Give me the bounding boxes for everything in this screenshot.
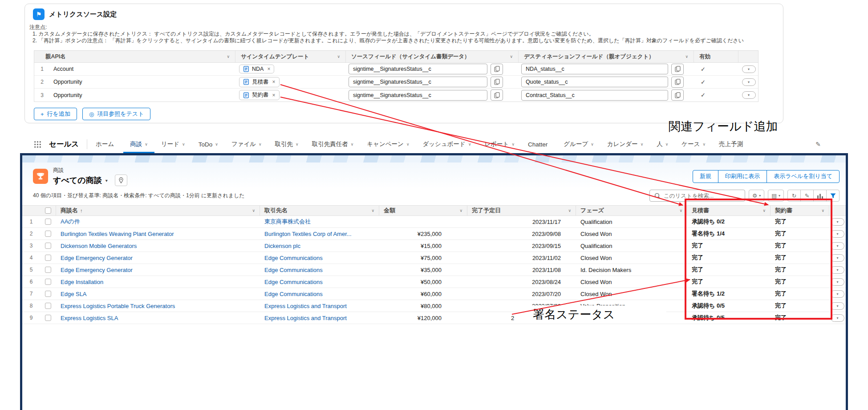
row-actions-button[interactable]: ▾ xyxy=(742,91,756,99)
copy-field-button[interactable] xyxy=(671,77,684,88)
row-actions-button[interactable]: ▾ xyxy=(831,254,844,262)
row-checkbox[interactable] xyxy=(45,315,51,321)
column-header-account[interactable]: 取引先名 ∨ xyxy=(260,206,379,215)
nav-tab[interactable]: 人 ∨ xyxy=(650,135,675,153)
account-link[interactable]: Express Logistics and Transport xyxy=(264,315,347,321)
nav-tab[interactable]: ダッシュボード ∨ xyxy=(416,135,478,153)
printable-view-button[interactable]: 印刷用に表示 xyxy=(718,170,767,183)
row-checkbox[interactable] xyxy=(45,279,51,285)
column-header-destination-field[interactable]: デスティネーションフィールド（親オブジェクト） ∨ xyxy=(519,51,694,62)
destination-field-input[interactable]: Contract_Status__c xyxy=(521,90,668,101)
assign-label-button[interactable]: 表示ラベルを割り当て xyxy=(767,170,840,183)
column-header-source-field[interactable]: ソースフィールド（サインタイム書類データ） ∨ xyxy=(346,51,519,62)
column-header-stage[interactable]: フェーズ ∨ xyxy=(576,206,687,215)
opportunity-link[interactable]: Edge Installation xyxy=(61,279,103,285)
row-actions-button[interactable]: ▾ xyxy=(831,314,844,322)
column-header-close-date[interactable]: 完了予定日 ∨ xyxy=(467,206,576,215)
copy-field-button[interactable] xyxy=(491,77,503,88)
refresh-button[interactable]: ↻ xyxy=(787,190,801,202)
template-chip[interactable]: 契約書 × xyxy=(239,90,280,100)
opportunity-link[interactable]: Edge Emergency Generator xyxy=(61,267,133,273)
row-checkbox[interactable] xyxy=(45,291,51,297)
inline-edit-button[interactable]: ✎ xyxy=(800,190,814,202)
copy-field-button[interactable] xyxy=(491,89,503,101)
column-header-enabled[interactable]: 有効 xyxy=(694,51,738,62)
row-actions-button[interactable]: ▾ xyxy=(831,266,844,274)
edit-navigation-pencil-icon[interactable]: ✎ xyxy=(815,141,821,148)
search-input[interactable] xyxy=(664,193,740,199)
copy-field-button[interactable] xyxy=(671,89,684,101)
nav-tab[interactable]: キャンペーン ∨ xyxy=(360,135,416,153)
row-actions-button[interactable]: ▾ xyxy=(831,230,844,238)
opportunity-link[interactable]: Dickenson Mobile Generators xyxy=(61,243,137,249)
account-link[interactable]: Edge Communications xyxy=(264,255,323,261)
pin-list-button[interactable] xyxy=(115,175,127,186)
opportunity-link[interactable]: Express Logistics Portable Truck Generat… xyxy=(61,303,175,309)
account-link[interactable]: Edge Communications xyxy=(264,267,323,273)
add-row-button[interactable]: + 行を追加 xyxy=(34,108,77,120)
filter-button[interactable] xyxy=(826,190,840,202)
opportunity-link[interactable]: Burlington Textiles Weaving Plant Genera… xyxy=(61,231,174,237)
search-box[interactable] xyxy=(649,190,745,202)
row-checkbox[interactable] xyxy=(45,243,51,249)
remove-icon[interactable]: × xyxy=(272,92,276,98)
template-chip[interactable]: NDA × xyxy=(239,65,274,73)
account-link[interactable]: 東京商事株式会社 xyxy=(264,218,311,225)
test-field-reference-button[interactable]: ◎ 項目参照をテスト xyxy=(82,108,151,120)
remove-icon[interactable]: × xyxy=(272,79,276,85)
display-as-button[interactable]: ▤ ▾ xyxy=(768,190,784,202)
account-link[interactable]: Dickenson plc xyxy=(264,243,300,249)
nav-tab[interactable]: 売上予測 xyxy=(712,135,752,153)
source-field-input[interactable]: signtime__SignaturesStatus__c xyxy=(349,77,487,87)
template-chip[interactable]: 見積書 × xyxy=(239,77,280,87)
column-header-quote[interactable]: 見積書 ∨ xyxy=(687,206,771,215)
column-header-template[interactable]: サインタイムテンプレート ∨ xyxy=(235,51,346,62)
copy-field-button[interactable] xyxy=(671,64,684,75)
row-actions-button[interactable]: ▾ xyxy=(831,218,844,226)
opportunity-link[interactable]: AAの件 xyxy=(61,218,80,225)
select-all-checkbox[interactable] xyxy=(45,207,51,214)
opportunity-link[interactable]: Edge SLA xyxy=(61,291,87,297)
nav-tab[interactable]: 取引先責任者 ∨ xyxy=(305,135,361,153)
charts-button[interactable] xyxy=(813,190,827,202)
column-header-amount[interactable]: 金額 ∨ xyxy=(379,206,467,215)
nav-tab[interactable]: 商談 ∨ xyxy=(123,135,154,153)
list-view-selector-caret-icon[interactable]: ▾ xyxy=(105,178,108,183)
nav-tab[interactable]: ファイル ∨ xyxy=(225,135,268,153)
app-launcher-icon[interactable] xyxy=(34,141,41,148)
nav-tab[interactable]: ホーム xyxy=(89,135,123,153)
nav-tab[interactable]: ケース ∨ xyxy=(675,135,712,153)
row-checkbox[interactable] xyxy=(45,303,51,309)
nav-tab[interactable]: リード ∨ xyxy=(154,135,192,153)
nav-tab[interactable]: カレンダー ∨ xyxy=(600,135,650,153)
nav-tab[interactable]: レポート ∨ xyxy=(478,135,521,153)
nav-tab[interactable]: ToDo ∨ xyxy=(192,135,225,153)
destination-field-input[interactable]: NDA_status__c xyxy=(521,64,668,74)
row-actions-button[interactable]: ▾ xyxy=(831,302,844,310)
account-link[interactable]: Burlington Textiles Corp of Amer... xyxy=(264,231,352,237)
nav-tab[interactable]: Chatter xyxy=(521,135,557,153)
nav-tab[interactable]: グループ ∨ xyxy=(557,135,600,153)
remove-icon[interactable]: × xyxy=(267,66,270,72)
account-link[interactable]: Edge Communications xyxy=(264,279,323,285)
account-link[interactable]: Edge Communications xyxy=(264,291,323,297)
row-actions-button[interactable]: ▾ xyxy=(831,290,844,298)
opportunity-link[interactable]: Express Logistics SLA xyxy=(61,315,118,321)
row-checkbox[interactable] xyxy=(45,255,51,261)
row-actions-button[interactable]: ▾ xyxy=(742,65,756,73)
list-settings-button[interactable]: ⚙ ▾ xyxy=(749,190,764,202)
row-checkbox[interactable] xyxy=(45,231,51,237)
row-checkbox[interactable] xyxy=(45,267,51,273)
nav-tab[interactable]: 取引先 ∨ xyxy=(268,135,305,153)
row-actions-button[interactable]: ▾ xyxy=(831,278,844,286)
column-header-name[interactable]: 商談名 ↑ ∨ xyxy=(56,206,260,215)
source-field-input[interactable]: signtime__SignaturesStatus__c xyxy=(349,64,487,74)
copy-field-button[interactable] xyxy=(491,64,503,75)
opportunity-link[interactable]: Edge Emergency Generator xyxy=(61,255,133,261)
new-button[interactable]: 新規 xyxy=(693,170,718,183)
column-header-parent-api[interactable]: 親API名 ∨ xyxy=(34,51,235,62)
account-link[interactable]: Express Logistics and Transport xyxy=(264,303,347,309)
row-actions-button[interactable]: ▾ xyxy=(742,78,756,86)
source-field-input[interactable]: signtime__SignaturesStatus__c xyxy=(349,90,487,101)
column-header-contract[interactable]: 契約書 ∨ xyxy=(771,206,829,215)
